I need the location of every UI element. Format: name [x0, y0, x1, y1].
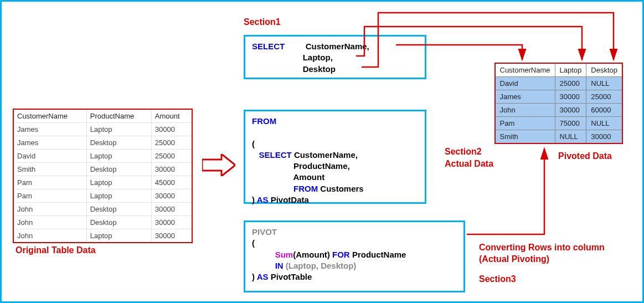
- tablename: Customers: [320, 184, 363, 193]
- alias: PivotData: [271, 195, 309, 204]
- table-row: SmithDesktop30000: [13, 163, 192, 176]
- func-sum: Sum: [275, 250, 293, 259]
- table-row: PamLaptop30000: [13, 189, 192, 203]
- table-cell: Desktop: [86, 203, 151, 216]
- col-header: CustomerName: [13, 109, 86, 123]
- table-cell: Smith: [13, 163, 86, 176]
- table-header-row: CustomerName Laptop Desktop: [495, 63, 623, 77]
- table-header-row: CustomerName ProductName Amount: [13, 109, 192, 123]
- table-cell: Pam: [13, 176, 86, 189]
- table-cell: John: [13, 203, 86, 216]
- pivoted-table: CustomerName Laptop Desktop David25000NU…: [494, 63, 624, 144]
- table-cell: 30000: [151, 163, 192, 176]
- table-cell: 25000: [151, 136, 192, 150]
- label-original: Original Table Data: [16, 245, 96, 255]
- table-cell: 25000: [555, 77, 586, 90]
- table-cell: 30000: [586, 130, 622, 144]
- label-section1: Section1: [244, 17, 281, 27]
- keyword-from: FROM: [252, 116, 276, 126]
- table-row: JamesLaptop30000: [13, 123, 192, 136]
- svg-marker-0: [202, 154, 235, 176]
- table-cell: David: [495, 77, 555, 90]
- table-cell: Laptop: [86, 123, 151, 136]
- paren-open: (: [252, 238, 255, 248]
- big-arrow-icon: [202, 154, 235, 176]
- col: ProductName: [293, 161, 348, 171]
- table-row: JohnDesktop30000: [13, 203, 192, 216]
- table-cell: 30000: [151, 189, 192, 203]
- col-header: Desktop: [586, 63, 622, 77]
- keyword-select: SELECT: [259, 150, 292, 160]
- table-cell: 25000: [151, 150, 192, 163]
- table-row: Pam75000NULL: [495, 117, 623, 130]
- table-cell: 60000: [586, 104, 622, 117]
- table-cell: Pam: [13, 189, 86, 203]
- select-col: Desktop: [303, 64, 336, 74]
- label-section3: Section3: [479, 274, 516, 284]
- table-cell: Desktop: [86, 163, 151, 176]
- codebox-select: SELECT CustomerName, Laptop, Desktop: [244, 35, 426, 79]
- table-cell: Pam: [495, 117, 555, 130]
- table-cell: 30000: [151, 203, 192, 216]
- label-section2a: Section2: [445, 147, 482, 157]
- table-cell: Laptop: [86, 189, 151, 203]
- label-pivoted: Pivoted Data: [558, 151, 612, 161]
- label-section2b: Actual Data: [445, 159, 493, 169]
- table-cell: Desktop: [86, 216, 151, 229]
- table-cell: 30000: [151, 123, 192, 136]
- col-header: Laptop: [555, 63, 586, 77]
- keyword-as: AS: [257, 272, 269, 281]
- table-row: JamesDesktop25000: [13, 136, 192, 150]
- for-col: ProductName: [352, 250, 406, 259]
- codebox-pivot: PIVOT ( Sum(Amount) FOR ProductName IN (…: [244, 220, 465, 292]
- alias: PivotTable: [271, 272, 312, 281]
- keyword-pivot: PIVOT: [252, 227, 277, 237]
- table-cell: NULL: [586, 117, 622, 130]
- select-col: Laptop: [303, 53, 331, 62]
- table-cell: Laptop: [86, 176, 151, 189]
- table-cell: James: [13, 123, 86, 136]
- table-row: David25000NULL: [495, 77, 623, 90]
- col: CustomerName: [294, 150, 356, 160]
- table-row: PamLaptop45000: [13, 176, 192, 189]
- table-cell: NULL: [555, 130, 586, 144]
- table-row: John3000060000: [495, 104, 623, 117]
- table-cell: John: [13, 216, 86, 229]
- in-list: (Laptop, Desktop): [286, 261, 357, 270]
- keyword-for: FOR: [332, 250, 350, 259]
- codebox-from: FROM ( SELECT CustomerName, ProductName,…: [244, 110, 426, 204]
- table-cell: 25000: [586, 90, 622, 104]
- col: Amount: [293, 172, 324, 182]
- keyword-as: AS: [257, 195, 269, 204]
- table-cell: 75000: [555, 117, 586, 130]
- paren-close: ): [252, 272, 255, 281]
- label-sec3-line2: (Actual Pivoting): [479, 254, 549, 264]
- table-cell: 30000: [555, 90, 586, 104]
- table-cell: David: [13, 150, 86, 163]
- keyword-select: SELECT: [252, 42, 285, 51]
- paren-open: (: [252, 139, 255, 148]
- col-header: Amount: [151, 109, 192, 123]
- table-cell: 30000: [151, 229, 192, 243]
- table-cell: NULL: [586, 77, 622, 90]
- sum-args: (Amount): [293, 250, 330, 259]
- table-cell: Smith: [495, 130, 555, 144]
- table-row: JohnLaptop30000: [13, 229, 192, 243]
- keyword-from: FROM: [293, 184, 318, 193]
- table-cell: John: [13, 229, 86, 243]
- table-cell: Desktop: [86, 136, 151, 150]
- diagram-canvas: Section1 Section2 Actual Data Converting…: [0, 0, 644, 303]
- table-row: DavidLaptop25000: [13, 150, 192, 163]
- table-cell: John: [495, 104, 555, 117]
- table-row: JohnDesktop30000: [13, 216, 192, 229]
- col-header: ProductName: [86, 109, 151, 123]
- col-header: CustomerName: [495, 63, 555, 77]
- table-row: SmithNULL30000: [495, 130, 623, 144]
- table-cell: Laptop: [86, 229, 151, 243]
- select-col: CustomerName: [306, 42, 367, 51]
- paren-close: ): [252, 195, 255, 204]
- table-row: James3000025000: [495, 90, 623, 104]
- original-table: CustomerName ProductName Amount JamesLap…: [13, 109, 193, 243]
- table-cell: James: [495, 90, 555, 104]
- table-cell: 30000: [555, 104, 586, 117]
